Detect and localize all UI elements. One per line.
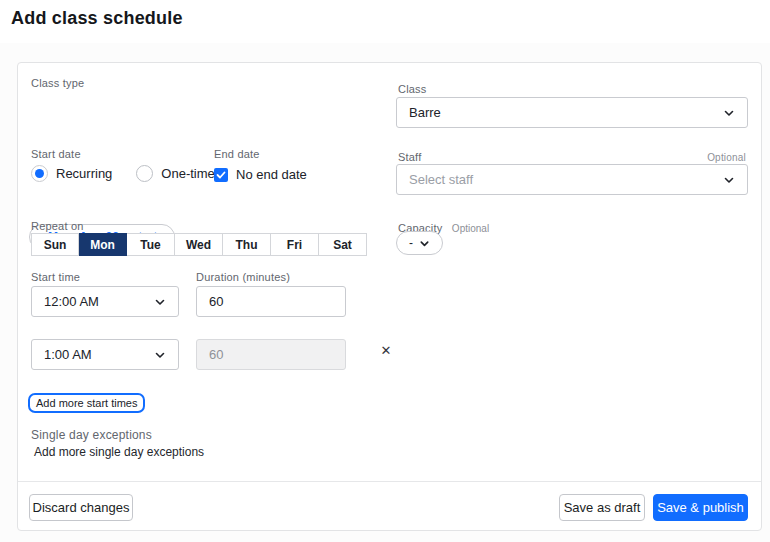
recurring-radio[interactable] [31,165,48,182]
staff-optional-badge: Optional [707,152,746,163]
page-title: Add class schedule [11,8,183,29]
end-date-label: End date [214,148,260,160]
save-and-publish-button[interactable]: Save & publish [653,494,748,521]
capacity-select[interactable]: - [396,231,443,255]
start-time-label: Start time [31,271,80,283]
checkmark-icon [216,170,226,180]
duration-input-1[interactable] [196,286,346,317]
class-label: Class [398,83,427,95]
add-class-schedule-form-panel: Class type Recurring One-time Class Barr… [17,62,762,531]
duration-label: Duration (minutes) [196,271,290,283]
start-time-value-2: 1:00 AM [44,347,92,362]
day-button-wed[interactable]: Wed [175,233,223,256]
day-button-fri[interactable]: Fri [271,233,319,256]
staff-label: Staff [398,151,421,163]
class-select-value: Barre [409,105,441,120]
no-end-date-checkbox-row[interactable]: No end date [214,167,307,182]
repeat-on-label: Repeat on [31,220,84,232]
day-button-sun[interactable]: Sun [31,233,79,256]
capacity-optional-badge: Optional [452,223,489,234]
start-date-label: Start date [31,148,81,160]
chevron-down-icon [419,238,430,249]
class-select[interactable]: Barre [396,97,748,128]
chevron-down-icon [723,174,735,186]
one-time-radio[interactable] [136,165,153,182]
discard-changes-button[interactable]: Discard changes [29,494,133,521]
save-as-draft-button[interactable]: Save as draft [559,494,645,521]
start-time-select-2[interactable]: 1:00 AM [31,339,179,370]
recurring-radio-label[interactable]: Recurring [56,166,112,181]
remove-start-time-icon[interactable]: ✕ [378,342,394,358]
capacity-value: - [409,236,413,250]
day-button-thu[interactable]: Thu [223,233,271,256]
staff-select[interactable]: Select staff [396,164,748,195]
start-time-select-1[interactable]: 12:00 AM [31,286,179,317]
no-end-date-checkbox[interactable] [214,168,228,182]
chevron-down-icon [723,107,735,119]
single-day-exceptions-label: Single day exceptions [31,428,152,442]
no-end-date-label[interactable]: No end date [236,167,307,182]
add-single-day-exceptions-link[interactable]: Add more single day exceptions [34,445,204,459]
add-more-start-times-button[interactable]: Add more start times [28,393,145,413]
chevron-down-icon [154,349,166,361]
class-type-radio-group: Recurring One-time [31,163,215,183]
one-time-radio-label[interactable]: One-time [161,166,214,181]
class-type-label: Class type [31,77,84,89]
day-button-sat[interactable]: Sat [319,233,367,256]
repeat-on-day-selector: Sun Mon Tue Wed Thu Fri Sat [31,233,367,256]
duration-input-2 [196,339,346,370]
day-button-tue[interactable]: Tue [127,233,175,256]
day-button-mon[interactable]: Mon [79,233,127,256]
staff-select-placeholder: Select staff [409,172,473,187]
start-time-value-1: 12:00 AM [44,294,99,309]
chevron-down-icon [154,296,166,308]
footer-divider [18,481,761,482]
